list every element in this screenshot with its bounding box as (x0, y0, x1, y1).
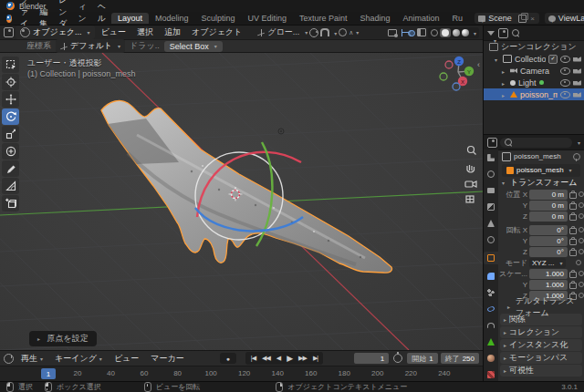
frame-end-field[interactable]: 終了 250 (441, 353, 479, 364)
outliner-row-poisson-mesh[interactable]: poisson_me (484, 88, 584, 100)
previous-keyframe-button[interactable]: ◀◀ (259, 354, 273, 363)
lock-icon[interactable] (569, 283, 577, 289)
shading-solid-active[interactable] (440, 28, 451, 37)
object-id-field[interactable]: poisson_mesh (502, 164, 580, 177)
instancing-panel[interactable]: インスタンス化 (500, 339, 582, 351)
tool-scale[interactable] (2, 126, 19, 142)
transform-panel-header[interactable]: トランスフォーム (498, 177, 584, 189)
operator-redo-panel[interactable]: 原点を設定 (29, 331, 97, 346)
shading-wireframe-icon[interactable] (431, 29, 438, 36)
tab-scene[interactable] (484, 219, 498, 228)
sidebar-toggle-arrow[interactable]: ‹ (477, 60, 480, 69)
expand-icon[interactable] (502, 90, 507, 99)
tool-cursor[interactable] (2, 74, 19, 90)
scale-x-field[interactable]: 1.000 (529, 269, 568, 279)
hide-eye-icon[interactable] (560, 67, 570, 75)
animate-decorator[interactable] (579, 282, 584, 287)
workspace-tab-texture-paint[interactable]: Texture Paint (293, 13, 354, 24)
lock-icon[interactable] (569, 228, 577, 234)
tab-constraints[interactable] (484, 321, 498, 330)
outliner-display-mode-dropdown[interactable] (498, 28, 508, 38)
animate-decorator[interactable] (579, 271, 584, 276)
disable-render-icon[interactable] (573, 68, 581, 74)
menu-marker[interactable]: マーカー (146, 353, 188, 365)
workspace-tab-layout[interactable]: Layout (111, 13, 149, 24)
animate-decorator[interactable] (579, 191, 584, 197)
timeline-editor-type-icon[interactable] (4, 354, 14, 364)
proportional-falloff-dropdown[interactable]: ∧ (349, 29, 359, 36)
tab-texture[interactable] (484, 370, 498, 379)
frame-start-field[interactable]: 開始 1 (407, 353, 437, 364)
lock-icon[interactable] (569, 203, 577, 210)
viewport-canvas[interactable]: Z Y X (0, 53, 483, 350)
proportional-editing-toggle[interactable] (339, 28, 347, 36)
light-object[interactable] (278, 129, 284, 134)
tab-particles[interactable] (484, 288, 498, 297)
workspace-tab-sculpting[interactable]: Sculpting (194, 13, 241, 24)
tab-modifiers[interactable] (484, 272, 498, 281)
shading-dropdown[interactable] (471, 28, 476, 37)
tool-measure[interactable] (2, 178, 19, 194)
disable-render-icon[interactable] (573, 92, 581, 98)
tool-orientation-dropdown[interactable]: デフォルト (56, 39, 125, 53)
transform-orientation-dropdown[interactable]: グロー... (257, 26, 308, 38)
playhead-marker[interactable]: 1 (41, 368, 56, 379)
play-reverse-button[interactable]: ◀ (274, 354, 283, 363)
perspective-toggle-icon[interactable] (466, 196, 474, 202)
animate-decorator[interactable] (576, 260, 581, 265)
zoom-view-icon[interactable] (468, 147, 476, 155)
disable-render-icon[interactable] (573, 80, 581, 86)
rotation-z-field[interactable]: 0° (529, 247, 568, 257)
motion-paths-panel[interactable]: モーションパス (500, 352, 582, 364)
play-button[interactable]: ▶ (284, 353, 295, 364)
outliner-row-scene-collection[interactable]: シーンコレクション (484, 41, 584, 53)
lock-icon[interactable] (569, 192, 577, 199)
disable-render-icon[interactable] (573, 57, 581, 62)
tab-view-layer[interactable] (484, 202, 498, 211)
auto-keyframe-record-button[interactable]: ● (220, 353, 236, 364)
tab-object[interactable] (484, 252, 498, 264)
animate-decorator[interactable] (579, 238, 584, 243)
xray-toggle[interactable] (417, 28, 426, 36)
next-keyframe-button[interactable]: ▶▶ (296, 354, 309, 363)
navigation-gizmo[interactable]: Z Y X (440, 57, 474, 90)
location-x-field[interactable]: 0 m (529, 190, 568, 200)
rotation-mode-dropdown[interactable]: XYZ ... (529, 258, 566, 268)
lock-icon[interactable] (569, 294, 577, 300)
snap-dropdown[interactable] (331, 28, 337, 37)
menu-view[interactable]: ビュー (97, 26, 130, 38)
outliner-row-collection[interactable]: Collection (484, 53, 584, 65)
menu-view-timeline[interactable]: ビュー (110, 353, 143, 365)
tab-physics[interactable] (484, 304, 498, 314)
rotation-y-field[interactable]: 0° (529, 236, 568, 246)
blender-menu-icon[interactable] (6, 15, 12, 23)
tool-move[interactable] (2, 91, 19, 108)
properties-editor-type-icon[interactable] (487, 138, 497, 148)
view-layer-selector[interactable]: ViewLayer × (545, 13, 584, 24)
lock-icon[interactable] (569, 272, 577, 278)
properties-search-input[interactable] (500, 138, 572, 148)
properties-options-dropdown[interactable] (575, 138, 580, 147)
scene-selector[interactable]: Scene × (474, 13, 539, 24)
jump-to-end-button[interactable]: ▶| (310, 354, 320, 363)
collection-checkbox[interactable] (548, 55, 558, 64)
menu-select[interactable]: 選択 (132, 26, 158, 38)
tab-object-data[interactable] (484, 337, 498, 346)
location-z-field[interactable]: 0 m (529, 211, 568, 222)
shading-rendered-icon[interactable] (462, 29, 469, 36)
editor-type-icon[interactable] (4, 27, 14, 37)
axis-neg-x-ball[interactable] (445, 61, 453, 68)
tool-transform[interactable] (2, 143, 19, 160)
axis-neg-y-ball[interactable] (440, 73, 447, 80)
tool-annotate[interactable] (2, 160, 19, 177)
tool-select-box[interactable] (2, 57, 19, 73)
tab-world[interactable] (484, 235, 498, 244)
animate-decorator[interactable] (579, 202, 584, 208)
rotation-x-field[interactable]: 0° (529, 225, 568, 235)
lock-icon[interactable] (569, 214, 577, 221)
outliner-filter-dropdown[interactable] (487, 31, 495, 36)
animate-decorator[interactable] (579, 227, 584, 232)
collections-panel[interactable]: コレクション (500, 326, 582, 338)
mode-dropdown[interactable]: オブジェク... (16, 26, 95, 39)
expand-icon[interactable] (502, 67, 507, 76)
